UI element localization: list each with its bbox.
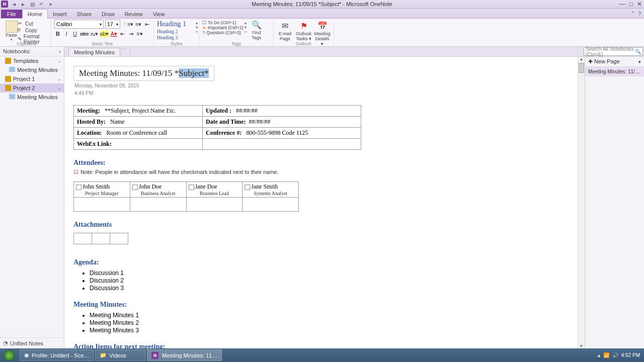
checkbox-icon[interactable] (76, 185, 82, 190)
highlight-button[interactable]: ab▾ (100, 31, 109, 37)
numbering-button[interactable]: ≡▾ (135, 21, 142, 28)
tab-draw[interactable]: Draw (97, 10, 120, 18)
agenda-list[interactable]: Discussion 1 Discussion 2 Discussion 3 (90, 269, 574, 292)
tags-gallery[interactable]: ☐To Do (Ctrl+1) ★Important (Ctrl+2) ?Que… (202, 20, 244, 41)
close-button[interactable]: ✕ (637, 1, 642, 8)
checkbox-icon[interactable] (132, 185, 138, 190)
checkbox-icon[interactable] (189, 185, 194, 190)
scroll-down-icon[interactable]: ▼ (578, 344, 585, 348)
start-button[interactable] (0, 348, 18, 362)
notebooks-label: Notebooks: (3, 48, 31, 54)
undo-button[interactable]: ↶ (37, 1, 45, 8)
align-button[interactable]: ≡▾ (136, 31, 143, 37)
unfiled-icon: ◔ (3, 340, 8, 346)
italic-button[interactable]: I (63, 31, 70, 37)
unfiled-notes[interactable]: ◔Unfiled Notes (0, 337, 64, 348)
tags-scroll[interactable]: ▴▾▿ (245, 21, 247, 41)
volume-icon[interactable]: 🔊 (612, 352, 618, 358)
tab-home[interactable]: Home (22, 9, 48, 19)
system-tray[interactable]: ▴ 📶 🔊 4:52 PM (598, 352, 644, 358)
decrease-indent-button[interactable]: ⇤ (119, 31, 126, 37)
ribbon: Paste ▾ ✂Cut ⎘Copy ✎Format Painter Clipb… (0, 19, 644, 47)
page-date: Monday, November 09, 2015 (74, 83, 574, 88)
attendees-heading: Attendees: (73, 159, 574, 167)
page-list-item[interactable]: Meeting Minutes: 11/09/15 *Su (585, 67, 644, 76)
ribbon-minimize-icon[interactable]: ⌃ (630, 11, 635, 17)
find-tags-button[interactable]: 🔍 Find Tags (248, 20, 266, 41)
notebook-icon (5, 76, 11, 82)
taskbar-item[interactable]: 📁Videos (95, 349, 145, 361)
tray-up-icon[interactable]: ▴ (598, 352, 600, 358)
page-title[interactable]: Meeting Minutes: 11/09/15 *Subject* (73, 66, 214, 81)
clock[interactable]: 4:52 PM (621, 352, 640, 358)
group-styles-label: Styles (154, 41, 199, 46)
forward-button[interactable]: ► (19, 1, 27, 8)
underline-button[interactable]: U (71, 31, 78, 37)
style-heading3[interactable]: Heading 3 (157, 35, 196, 40)
notebook-project2[interactable]: Project 2⌄ (0, 83, 64, 93)
back-button[interactable]: ◄ (10, 1, 18, 8)
subscript-button[interactable]: x₂▾ (91, 31, 99, 37)
section-tab[interactable]: Meeting Minutes (68, 48, 120, 56)
bullets-button[interactable]: ⋮≡▾ (122, 21, 133, 28)
bold-button[interactable]: B (54, 31, 61, 37)
page-canvas[interactable]: Meeting Minutes: 11/09/15 *Subject* Mond… (64, 57, 578, 348)
help-icon[interactable]: ? (638, 11, 641, 17)
qat-button[interactable]: ▤ (28, 1, 36, 8)
strike-button[interactable]: abc (80, 31, 89, 37)
minimize-button[interactable]: — (619, 1, 625, 8)
minutes-heading: Meeting Minutes: (73, 301, 574, 309)
qat-customize[interactable]: ▾ (46, 1, 54, 8)
star-icon: ★ (202, 25, 206, 30)
scrollbar[interactable]: ▲ ▼ (578, 57, 585, 348)
add-section-button[interactable] (121, 48, 130, 56)
chevron-down-icon[interactable]: ⌄ (57, 58, 61, 63)
attendees-table[interactable]: John SmithProject Manager John DoeBusine… (73, 182, 299, 212)
notebook-templates[interactable]: Templates⌄ (0, 56, 64, 65)
search-input[interactable]: Search All Notebooks (Ctrl+E)🔍 (584, 47, 643, 56)
notebook-project1[interactable]: Project 1⌄ (0, 74, 64, 83)
style-heading1[interactable]: Heading 1 (157, 20, 196, 28)
list-item: Meeting Minutes 3 (90, 327, 574, 334)
onenote-icon: N (1, 1, 8, 8)
checkbox-icon[interactable] (245, 185, 250, 190)
chevron-down-icon[interactable]: ⌄ (57, 85, 61, 90)
flag-icon: ⚑ (295, 21, 312, 32)
tab-insert[interactable]: Insert (48, 10, 72, 18)
font-color-button[interactable]: A▾ (111, 31, 118, 37)
tab-view[interactable]: View (148, 10, 170, 18)
quick-access-toolbar: N ◄ ► ▤ ↶ ▾ (0, 1, 54, 8)
maximize-button[interactable]: □ (629, 1, 633, 8)
paste-icon (6, 21, 18, 33)
copy-button[interactable]: ⎘Copy (18, 27, 48, 33)
chevron-down-icon[interactable]: ⌄ (57, 76, 61, 81)
taskbar-item[interactable]: ◉Profile: Untitled - Sce… (20, 349, 94, 361)
collapse-panel-icon[interactable]: ‹ (59, 48, 61, 54)
style-heading2[interactable]: Heading 2 (157, 29, 196, 34)
actions-heading: Action Items for next meeting: (73, 343, 574, 348)
group-basic-text-label: Basic Text (51, 41, 153, 46)
styles-gallery[interactable]: Heading 1 Heading 2 Heading 3 (157, 20, 196, 40)
cut-button[interactable]: ✂Cut (18, 21, 48, 27)
increase-indent-button[interactable]: ⇥ (128, 31, 135, 37)
outdent-button[interactable]: ⇤ (143, 21, 150, 28)
meeting-info-table[interactable]: Meeting: **Subject, Project Name Etc. Up… (73, 105, 361, 150)
list-item: Discussion 3 (90, 285, 574, 292)
styles-scroll[interactable]: ▴▾▿ (196, 21, 198, 34)
section-meeting-minutes-p2[interactable]: Meeting Minutes (0, 93, 64, 102)
chevron-down-icon[interactable]: ▾ (638, 59, 641, 64)
tab-review[interactable]: Review (120, 10, 148, 18)
scroll-thumb[interactable] (579, 63, 584, 73)
scroll-up-icon[interactable]: ▲ (578, 57, 585, 61)
font-name-combo[interactable]: Calibri▾ (54, 20, 104, 29)
font-size-combo[interactable]: 17▾ (105, 20, 120, 29)
network-icon[interactable]: 📶 (603, 352, 609, 358)
tab-share[interactable]: Share (72, 10, 97, 18)
section-meeting-minutes[interactable]: Meeting Minutes (0, 65, 64, 74)
tab-file[interactable]: File (1, 10, 22, 18)
minutes-list[interactable]: Meeting Minutes 1 Meeting Minutes 2 Meet… (90, 312, 574, 334)
new-page-button[interactable]: ✚ New Page▾ (585, 57, 644, 67)
notebook-icon (5, 58, 11, 64)
attachments-table[interactable] (73, 233, 128, 244)
taskbar-item[interactable]: NMeeting Minutes: 11… (147, 349, 222, 361)
